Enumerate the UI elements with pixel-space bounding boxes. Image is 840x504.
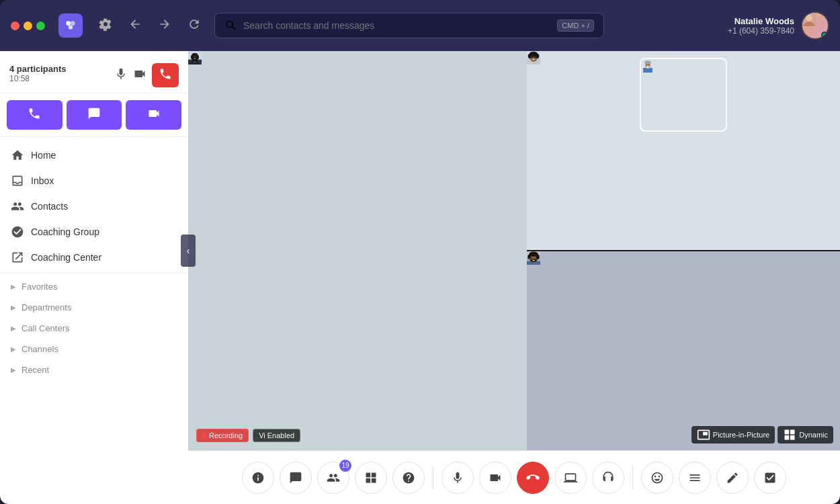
- participant-3-video: [527, 251, 540, 265]
- inbox-label: Inbox: [31, 175, 54, 186]
- camera-button[interactable]: [133, 67, 146, 84]
- sidebar-item-channels[interactable]: ▶ Channels: [0, 339, 188, 360]
- main-participant-video: [188, 51, 202, 65]
- recording-label: Recording: [209, 431, 243, 439]
- help-button[interactable]: [392, 462, 425, 494]
- video-area: ‹: [188, 51, 840, 504]
- right-video-panel: Picture-in-Picture Dynamic: [527, 51, 840, 450]
- online-indicator: [821, 32, 828, 38]
- phone-action-button[interactable]: [7, 100, 62, 130]
- video-action-button[interactable]: [126, 100, 181, 130]
- checklist-button[interactable]: [754, 462, 786, 494]
- svg-point-77: [533, 259, 536, 259]
- avatar[interactable]: [801, 11, 829, 40]
- video-badges: Recording Vi Enabled: [196, 429, 300, 442]
- recent-arrow: ▶: [11, 366, 16, 374]
- action-buttons: [0, 93, 188, 137]
- departments-arrow: ▶: [11, 304, 16, 311]
- edit-button[interactable]: [716, 462, 749, 494]
- pip-thumbnail: [640, 58, 727, 132]
- toolbar-group-right: [641, 462, 786, 494]
- svg-point-44: [534, 58, 535, 58]
- collapse-sidebar-button[interactable]: ‹: [181, 235, 196, 267]
- minimize-button[interactable]: [24, 22, 32, 30]
- sidebar-item-home[interactable]: Home: [0, 142, 188, 168]
- screen-share-button[interactable]: [554, 462, 587, 494]
- end-call-button[interactable]: [152, 63, 179, 87]
- dynamic-icon: [783, 428, 796, 442]
- svg-point-39: [534, 57, 536, 58]
- home-label: Home: [31, 150, 56, 161]
- participant-2-video: [527, 51, 540, 65]
- settings-button[interactable]: [93, 15, 118, 37]
- refresh-button[interactable]: [182, 15, 206, 37]
- svg-rect-31: [527, 62, 540, 63]
- svg-point-72: [532, 257, 533, 258]
- nav-icons: [93, 15, 206, 37]
- mute-mic-button[interactable]: [114, 67, 128, 84]
- recent-label: Recent: [22, 365, 49, 375]
- sidebar-item-coaching-group[interactable]: Coaching Group: [0, 219, 188, 245]
- coaching-group-label: Coaching Group: [31, 226, 99, 237]
- sidebar-item-coaching-center[interactable]: Coaching Center: [0, 245, 188, 270]
- sidebar-item-departments[interactable]: ▶ Departments: [0, 297, 188, 318]
- sidebar-item-recent[interactable]: ▶ Recent: [0, 360, 188, 380]
- emoji-button[interactable]: [641, 462, 673, 494]
- search-bar[interactable]: CMD + /: [214, 13, 604, 38]
- info-button[interactable]: [242, 462, 274, 494]
- pip-icon: [697, 428, 710, 442]
- toolbar-separator-1: [433, 466, 433, 490]
- back-button[interactable]: [123, 15, 147, 37]
- svg-point-43: [533, 59, 536, 60]
- call-centers-arrow: ▶: [11, 325, 16, 332]
- participants-button[interactable]: 19: [317, 462, 349, 494]
- forward-button[interactable]: [153, 15, 177, 37]
- svg-point-76: [530, 258, 530, 259]
- svg-point-24: [194, 58, 196, 59]
- menu-button[interactable]: [679, 462, 711, 494]
- svg-point-37: [536, 54, 540, 58]
- svg-point-2: [69, 25, 73, 30]
- bottom-right-video-cell: Picture-in-Picture Dynamic: [527, 251, 840, 450]
- headset-button[interactable]: [592, 462, 624, 494]
- maximize-button[interactable]: [36, 22, 45, 30]
- sidebar: 4 participants 10:58: [0, 51, 188, 504]
- chat-button[interactable]: [280, 462, 312, 494]
- search-shortcut: CMD + /: [557, 19, 594, 32]
- channels-arrow: ▶: [11, 345, 16, 353]
- contacts-label: Contacts: [31, 201, 68, 212]
- favorites-label: Favorites: [22, 282, 57, 292]
- coaching-center-icon: [11, 251, 24, 264]
- close-button[interactable]: [11, 22, 19, 30]
- app-logo: [58, 13, 83, 38]
- bottom-toolbar: 19: [188, 450, 840, 504]
- message-action-button[interactable]: [67, 100, 122, 130]
- title-bar: CMD + / Natalie Woods +1 (604) 359-7840: [0, 0, 840, 51]
- search-input[interactable]: [243, 20, 552, 31]
- user-phone: +1 (604) 359-7840: [728, 26, 794, 36]
- video-toggle-button[interactable]: [479, 462, 511, 494]
- avatar-image: [802, 13, 816, 26]
- microphone-button[interactable]: [442, 462, 474, 494]
- end-call-toolbar-button[interactable]: [517, 462, 549, 494]
- toolbar-group-left: 19: [242, 462, 425, 494]
- user-info: Natalie Woods +1 (604) 359-7840: [728, 11, 829, 40]
- sidebar-item-inbox[interactable]: Inbox: [0, 168, 188, 194]
- corner-badges: Picture-in-Picture Dynamic: [691, 426, 833, 444]
- layout-button[interactable]: [355, 462, 387, 494]
- sidebar-item-favorites[interactable]: ▶ Favorites: [0, 276, 188, 297]
- pip-label: Picture-in-Picture: [713, 431, 769, 439]
- dynamic-label: Dynamic: [799, 431, 828, 439]
- sidebar-item-call-centers[interactable]: ▶ Call Centers: [0, 318, 188, 339]
- svg-point-50: [645, 60, 651, 65]
- top-right-video-cell: [527, 51, 840, 250]
- recording-badge: Recording: [196, 429, 249, 442]
- search-icon: [224, 19, 238, 32]
- enabled-badge: Vi Enabled: [253, 429, 300, 442]
- sidebar-item-contacts[interactable]: Contacts: [0, 194, 188, 219]
- svg-point-4: [806, 14, 812, 21]
- inbox-icon: [11, 174, 24, 187]
- window-controls: [11, 22, 45, 30]
- svg-point-75: [533, 259, 536, 261]
- main-content: 4 participants 10:58: [0, 51, 840, 504]
